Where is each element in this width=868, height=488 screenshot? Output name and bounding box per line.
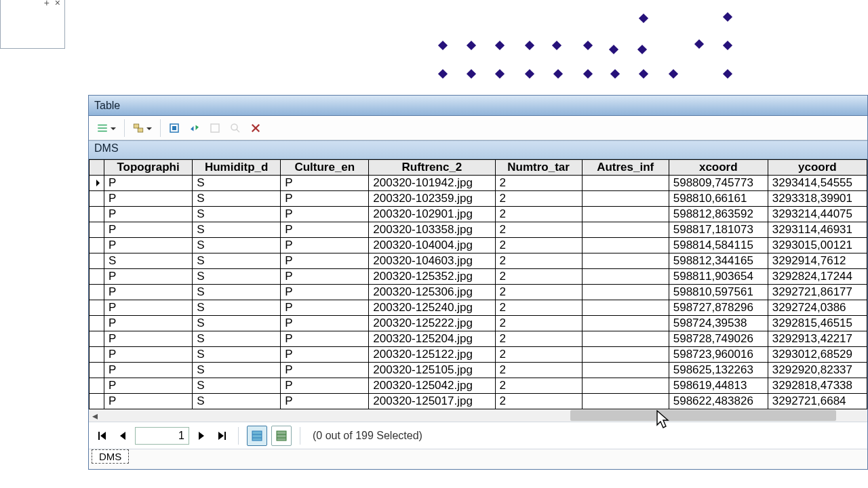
cell[interactable]: 200320-125306.jpg [369,285,495,300]
table-row[interactable]: SSP200320-104603.jpg2598812,344165329291… [90,253,867,269]
cell[interactable]: 2 [495,207,582,222]
column-header[interactable]: Ruftrenc_2 [369,160,495,176]
cell[interactable]: S [193,207,281,222]
cell[interactable]: 200320-125204.jpg [369,331,495,347]
row-selector[interactable] [90,238,104,253]
last-record-button[interactable] [214,428,230,444]
cell[interactable]: 2 [495,285,582,300]
cell[interactable]: 200320-125122.jpg [369,347,495,363]
cell[interactable] [582,394,669,409]
row-selector[interactable] [90,253,104,269]
row-selector[interactable] [90,363,104,378]
row-selector[interactable] [90,222,104,238]
cell[interactable] [582,176,669,191]
prev-record-button[interactable] [115,428,131,444]
cell[interactable]: P [104,269,193,285]
cell[interactable]: 598619,44813 [669,378,768,394]
cell[interactable] [582,222,669,238]
cell[interactable]: 598814,584115 [669,238,768,253]
cell[interactable]: 2 [495,176,582,191]
cell[interactable]: P [104,238,193,253]
cell[interactable]: P [104,378,193,394]
first-record-button[interactable] [94,428,111,444]
cell[interactable] [582,363,669,378]
column-header[interactable]: Humiditp_d [193,160,281,176]
cell[interactable]: S [193,176,281,191]
cell[interactable] [582,191,669,207]
row-selector[interactable] [90,207,104,222]
cell[interactable]: P [281,363,369,378]
cell[interactable] [582,285,669,300]
cell[interactable]: 200320-103358.jpg [369,222,495,238]
show-all-records-button[interactable] [247,426,267,446]
cell[interactable]: 3293012,68529 [768,347,867,363]
cell[interactable]: P [281,300,369,316]
row-selector[interactable] [90,378,104,394]
record-number-input[interactable] [135,427,189,445]
table-row[interactable]: PSP200320-102901.jpg2598812,863592329321… [90,207,867,222]
row-selector[interactable] [90,285,104,300]
cell[interactable] [582,238,669,253]
cell[interactable] [582,316,669,331]
cell[interactable]: S [193,269,281,285]
cell[interactable]: 2 [495,331,582,347]
row-selector[interactable] [90,316,104,331]
cell[interactable]: 598728,749026 [669,331,768,347]
cell[interactable]: 598817,181073 [669,222,768,238]
table-row[interactable]: PSP200320-103358.jpg2598817,181073329311… [90,222,867,238]
cell[interactable] [582,300,669,316]
close-tab-icon[interactable]: × [55,0,60,9]
cell[interactable]: S [193,191,281,207]
cell[interactable]: P [281,316,369,331]
table-row[interactable]: PSP200320-102359.jpg2598810,661613293318… [90,191,867,207]
row-selector[interactable] [90,176,104,191]
scrollbar-thumb[interactable] [570,410,836,421]
table-row[interactable]: PSP200320-125105.jpg2598625,132263329292… [90,363,867,378]
cell[interactable]: 200320-125222.jpg [369,316,495,331]
cell[interactable] [582,269,669,285]
column-header[interactable]: Culture_en [281,160,369,176]
cell[interactable]: 598812,344165 [669,253,768,269]
cell[interactable]: 3293015,00121 [768,238,867,253]
cell[interactable]: P [104,347,193,363]
cell[interactable]: 3292920,82337 [768,363,867,378]
cell[interactable]: 598812,863592 [669,207,768,222]
select-by-attributes-button[interactable] [165,119,184,138]
tab-dms[interactable]: DMS [92,449,129,464]
cell[interactable]: 200320-104004.jpg [369,238,495,253]
table-row[interactable]: PSP200320-104004.jpg2598814,584115329301… [90,238,867,253]
cell[interactable]: 3292721,6684 [768,394,867,409]
table-row[interactable]: PSP200320-125122.jpg2598723,960016329301… [90,347,867,363]
row-selector-header[interactable] [90,160,104,176]
table-row[interactable]: PSP200320-125240.jpg2598727,878296329272… [90,300,867,316]
cell[interactable]: P [104,207,193,222]
cell[interactable]: 598625,132263 [669,363,768,378]
cell[interactable]: 2 [495,316,582,331]
cell[interactable] [582,331,669,347]
cell[interactable]: 598809,745773 [669,176,768,191]
switch-selection-button[interactable] [185,119,204,138]
table-options-button[interactable] [93,119,120,138]
table-row[interactable]: PSP200320-125352.jpg2598811,903654329282… [90,269,867,285]
cell[interactable]: 3292914,7612 [768,253,867,269]
column-header[interactable]: Numtro_tar [495,160,582,176]
cell[interactable]: S [193,238,281,253]
cell[interactable]: 598622,483826 [669,394,768,409]
cell[interactable]: 2 [495,191,582,207]
cell[interactable]: P [104,363,193,378]
cell[interactable]: 200320-102901.jpg [369,207,495,222]
cell[interactable]: P [104,394,193,409]
cell[interactable]: P [281,378,369,394]
cell[interactable]: P [104,331,193,347]
window-titlebar[interactable]: Table [89,96,867,116]
column-header[interactable]: Autres_inf [582,160,669,176]
row-selector[interactable] [90,347,104,363]
grid[interactable]: TopographiHumiditp_dCulture_enRuftrenc_2… [89,159,867,409]
cell[interactable]: P [281,207,369,222]
cell[interactable]: P [281,253,369,269]
cell[interactable] [582,347,669,363]
cell[interactable]: 200320-125240.jpg [369,300,495,316]
cell[interactable]: 2 [495,378,582,394]
horizontal-scrollbar[interactable]: ◂ [89,409,867,422]
cell[interactable]: P [281,238,369,253]
